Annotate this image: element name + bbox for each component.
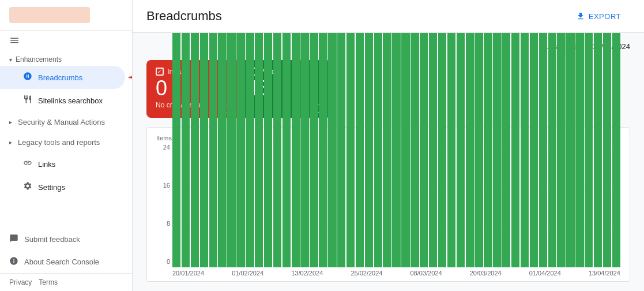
chart-bar	[374, 33, 382, 267]
export-label: EXPORT	[589, 12, 621, 21]
enhancements-label: Enhancements	[16, 55, 62, 64]
chart-bar	[457, 33, 465, 267]
chart-bar	[585, 33, 593, 267]
sidebar: ▾ Enhancements Breadcrumbs Sitelinks sea…	[0, 0, 133, 291]
chart-bar	[347, 33, 355, 267]
x-axis-labels: 20/01/202401/02/202413/02/202425/02/2024…	[172, 267, 620, 277]
chart-bar	[200, 33, 208, 267]
chart-area: 20/01/202401/02/202413/02/202425/02/2024…	[172, 144, 620, 277]
x-label: 20/01/2024	[172, 270, 204, 277]
invalid-checkbox-icon: ✓	[156, 68, 164, 76]
chart-bar	[474, 33, 483, 267]
chart-bar	[566, 33, 574, 267]
y-axis-16: 16	[156, 182, 170, 189]
x-label: 20/03/2024	[470, 270, 502, 277]
chart-bar	[283, 33, 291, 267]
page-title: Breadcrumbs	[146, 9, 222, 24]
y-axis-0: 0	[156, 258, 170, 265]
chart-bar	[191, 33, 199, 267]
sidebar-item-sitelinks[interactable]: Sitelinks searchbox	[0, 89, 125, 112]
chart-bar	[319, 33, 327, 267]
chart-bar	[227, 33, 235, 267]
chart-bars	[172, 144, 620, 267]
sidebar-item-settings[interactable]: Settings	[0, 176, 125, 199]
export-icon	[576, 12, 585, 21]
chart-bar	[484, 33, 492, 267]
x-label: 25/02/2024	[351, 270, 382, 277]
chart-bar	[530, 33, 538, 267]
breadcrumbs-label: Breadcrumbs	[38, 73, 82, 82]
export-button[interactable]: EXPORT	[567, 7, 630, 25]
chart-bar	[603, 33, 611, 267]
sitelinks-label: Sitelinks searchbox	[38, 96, 103, 105]
security-label: Security & Manual Actions	[18, 118, 105, 126]
chart-bar	[410, 33, 419, 267]
chart-bar	[392, 33, 400, 267]
main-content: Breadcrumbs EXPORT Last updated: 17/04/2…	[133, 0, 644, 291]
chart-bar	[612, 33, 620, 267]
chart-bar	[511, 33, 519, 267]
chart-bar	[300, 33, 308, 267]
feedback-label: Submit feedback	[24, 235, 80, 244]
chart-bar	[337, 33, 345, 267]
legacy-label: Legacy tools and reports	[18, 138, 100, 147]
sidebar-item-about[interactable]: About Search Console	[0, 251, 132, 273]
about-icon	[9, 256, 18, 267]
x-label: 08/03/2024	[410, 270, 442, 277]
chart-bar	[502, 33, 510, 267]
chart-bar	[246, 33, 254, 267]
chart-bar	[292, 33, 300, 267]
chart-bar	[594, 33, 602, 267]
sitelinks-icon	[23, 95, 32, 106]
chart-bar	[356, 33, 364, 267]
links-label: Links	[38, 160, 55, 169]
sidebar-item-legacy[interactable]: ▸ Legacy tools and reports	[0, 132, 132, 152]
chevron-down-icon: ▾	[9, 57, 12, 63]
chart-bar	[493, 33, 501, 267]
enhancements-section[interactable]: ▾ Enhancements	[0, 51, 132, 66]
sidebar-footer: Privacy Terms	[0, 273, 132, 291]
sidebar-bottom: Submit feedback About Search Console Pri…	[0, 228, 132, 291]
privacy-link[interactable]: Privacy	[9, 278, 32, 286]
chart-bar	[557, 33, 565, 267]
chart-bar	[310, 33, 318, 267]
chart-bar	[172, 33, 180, 267]
x-label: 13/04/2024	[589, 270, 620, 277]
sidebar-item-security[interactable]: ▸ Security & Manual Actions	[0, 112, 132, 132]
chart-bar	[420, 33, 428, 267]
logo	[9, 7, 90, 23]
chart-bar	[218, 33, 226, 267]
x-label: 01/04/2024	[529, 270, 561, 277]
feedback-icon	[9, 234, 18, 245]
y-axis-8: 8	[156, 220, 170, 227]
sidebar-item-breadcrumbs[interactable]: Breadcrumbs	[0, 66, 125, 89]
chart-bar	[401, 33, 409, 267]
chart-bar	[429, 33, 437, 267]
sidebar-nav-icon	[0, 31, 132, 51]
chart-bar	[575, 33, 583, 267]
chart-bar	[365, 33, 373, 267]
sidebar-logo-area	[0, 0, 132, 31]
links-icon	[23, 158, 32, 170]
chevron-right-icon: ▸	[9, 119, 12, 125]
settings-label: Settings	[38, 183, 65, 192]
chart-bar	[447, 33, 455, 267]
y-axis-24: 24	[156, 144, 170, 151]
sidebar-item-links[interactable]: Links	[0, 152, 125, 176]
chart-bar	[438, 33, 446, 267]
chart-bar	[236, 33, 244, 267]
about-label: About Search Console	[24, 258, 99, 266]
settings-icon	[23, 181, 32, 193]
chart-container: Items 24 16 8 0	[146, 127, 630, 282]
x-label: 01/02/2024	[232, 270, 263, 277]
chart-bar	[255, 33, 263, 267]
chart-bar	[521, 33, 529, 267]
chart-bar	[539, 33, 547, 267]
y-axis: 24 16 8 0	[156, 144, 172, 277]
main-body: Last updated: 17/04/2024 ✓ Invalid 0 No …	[133, 33, 644, 291]
sidebar-item-feedback[interactable]: Submit feedback	[0, 228, 132, 251]
breadcrumbs-icon	[23, 72, 32, 83]
terms-link[interactable]: Terms	[39, 278, 58, 286]
chart-bar	[209, 33, 217, 267]
chevron-right-icon-2: ▸	[9, 139, 12, 146]
